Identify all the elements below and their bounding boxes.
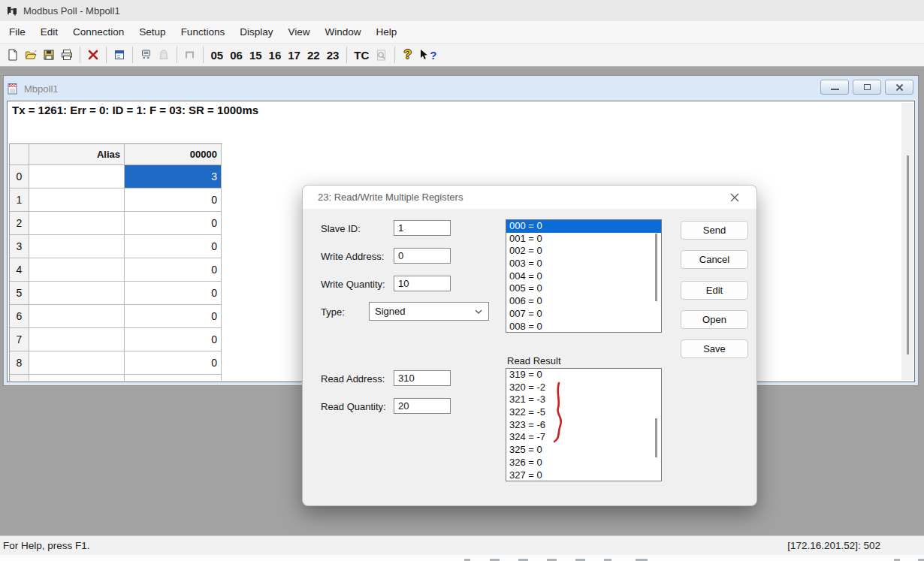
list-item[interactable]: 005 = 0 <box>506 282 661 295</box>
help-icon[interactable]: ? <box>399 46 417 64</box>
value-cell[interactable]: 0 <box>125 282 222 305</box>
dialog-title-bar[interactable]: 23: Read/Write Multiple Registers <box>303 185 756 209</box>
display-setup-icon[interactable] <box>110 46 128 64</box>
list-item[interactable]: 007 = 0 <box>506 308 661 321</box>
list-item[interactable]: 000 = 0 <box>506 220 661 233</box>
value-cell[interactable]: 0 <box>125 351 222 375</box>
open-file-icon[interactable] <box>22 46 40 64</box>
row-header: 7 <box>10 328 29 351</box>
toolbar-fc-16-button[interactable]: 16 <box>265 49 285 62</box>
scrollbar-thumb[interactable] <box>655 234 657 301</box>
send-button[interactable]: Send <box>681 221 748 240</box>
row-header: 8 <box>10 351 29 375</box>
dialog-close-button[interactable] <box>720 185 749 209</box>
value-cell[interactable]: 0 <box>125 305 222 328</box>
value-cell[interactable]: 0 <box>125 235 222 258</box>
list-item[interactable]: 327 = 0 <box>506 469 661 482</box>
menu-item-setup[interactable]: Setup <box>131 21 173 43</box>
value-cell[interactable]: 3 <box>125 165 222 189</box>
minimize-button[interactable] <box>820 80 849 95</box>
context-help-icon[interactable]: ? <box>417 46 439 64</box>
read-quantity-input[interactable] <box>394 398 451 414</box>
print-icon[interactable] <box>58 46 76 64</box>
toolbar-fc-15-button[interactable]: 15 <box>246 49 265 62</box>
open-button[interactable]: Open <box>681 310 748 329</box>
status-connection-text: [172.16.201.52]: 502 <box>787 536 880 555</box>
scrollbar-thumb[interactable] <box>907 155 909 354</box>
list-item[interactable]: 324 = -7 <box>506 431 661 444</box>
toolbar-fc-06-button[interactable]: 06 <box>227 49 246 62</box>
write-registers-list[interactable]: 000 = 0001 = 0002 = 0003 = 0004 = 0005 =… <box>506 219 662 333</box>
menu-item-functions[interactable]: Functions <box>174 21 233 43</box>
alias-cell[interactable] <box>29 282 125 305</box>
poll-definition-icon[interactable] <box>137 46 155 64</box>
value-cell[interactable]: 0 <box>125 258 222 282</box>
list-item[interactable]: 323 = -6 <box>506 419 661 432</box>
value-cell[interactable]: 0 <box>125 189 222 212</box>
menu-item-file[interactable]: File <box>2 21 33 43</box>
alias-cell[interactable] <box>29 328 125 351</box>
menu-item-display[interactable]: Display <box>232 21 280 43</box>
child-window-title: Mbpoll1 <box>24 83 59 95</box>
alias-cell[interactable] <box>29 258 125 282</box>
list-item[interactable]: 001 = 0 <box>506 233 661 246</box>
delete-icon[interactable] <box>84 46 102 64</box>
new-file-icon[interactable] <box>4 46 22 64</box>
taskbar-icons-partial <box>0 555 924 561</box>
toolbar-fc-23-button[interactable]: 23 <box>323 49 343 62</box>
list-item[interactable]: 325 = 0 <box>506 444 661 457</box>
save-button[interactable]: Save <box>681 339 748 358</box>
menu-item-edit[interactable]: Edit <box>33 21 65 43</box>
value-cell[interactable] <box>125 375 222 381</box>
read-result-list[interactable]: 319 = 0320 = -2321 = -3322 = -5323 = -63… <box>506 368 662 481</box>
value-cell[interactable]: 0 <box>125 212 222 235</box>
menu-item-help[interactable]: Help <box>368 21 404 43</box>
alias-cell[interactable] <box>29 212 125 235</box>
list-item[interactable]: 322 = -5 <box>506 406 661 419</box>
list-item[interactable]: 003 = 0 <box>506 258 661 270</box>
alias-cell[interactable] <box>29 165 125 189</box>
close-button[interactable] <box>885 80 913 95</box>
toolbar-fc-17-button[interactable]: 17 <box>285 49 304 62</box>
child-title-bar[interactable]: DOC Mbpoll1 <box>7 77 915 100</box>
scrollbar-thumb[interactable] <box>655 418 657 457</box>
slave-id-label: Slave ID: <box>321 223 361 234</box>
list-item[interactable]: 319 = 0 <box>506 369 661 382</box>
value-cell[interactable]: 0 <box>125 328 222 351</box>
list-item[interactable]: 008 = 0 <box>506 321 661 333</box>
cancel-button[interactable]: Cancel <box>681 250 748 269</box>
restore-button[interactable] <box>853 80 881 95</box>
row-header: 3 <box>10 235 29 258</box>
minimize-icon <box>831 89 839 90</box>
list-item[interactable]: 002 = 0 <box>506 245 661 258</box>
value-column-header[interactable]: 00000 <box>125 144 222 165</box>
list-item[interactable]: 006 = 0 <box>506 295 661 308</box>
list-item[interactable]: 320 = -2 <box>506 382 661 394</box>
alias-cell[interactable] <box>29 305 125 328</box>
write-address-input[interactable] <box>394 248 451 264</box>
alias-cell[interactable] <box>29 235 125 258</box>
list-item[interactable]: 326 = 0 <box>506 457 661 469</box>
type-select[interactable]: Signed <box>369 302 489 321</box>
menu-item-connection[interactable]: Connection <box>65 21 131 43</box>
menu-item-view[interactable]: View <box>280 21 317 43</box>
type-label: Type: <box>321 306 345 318</box>
list-item[interactable]: 321 = -3 <box>506 394 661 406</box>
alias-cell[interactable] <box>29 351 125 375</box>
list-item[interactable]: 004 = 0 <box>506 270 661 283</box>
toolbar-fc-05-button[interactable]: 05 <box>207 49 227 62</box>
alias-cell[interactable] <box>29 189 125 212</box>
vertical-scrollbar[interactable] <box>901 103 913 380</box>
alias-column-header[interactable]: Alias <box>29 144 125 165</box>
edit-button[interactable]: Edit <box>681 281 748 300</box>
save-icon[interactable] <box>40 46 58 64</box>
poll-status-line: Tx = 1261: Err = 0: ID = 1: F = 03: SR =… <box>12 104 258 116</box>
read-address-input[interactable] <box>394 370 451 386</box>
toolbar-fc-22-button[interactable]: 22 <box>303 49 323 62</box>
toolbar-tc-button[interactable]: TC <box>351 49 373 62</box>
status-help-text: For Help, press F1. <box>3 536 90 555</box>
menu-item-window[interactable]: Window <box>317 21 368 43</box>
alias-cell[interactable] <box>29 375 125 381</box>
write-quantity-input[interactable] <box>394 276 451 291</box>
slave-id-input[interactable] <box>394 220 451 236</box>
